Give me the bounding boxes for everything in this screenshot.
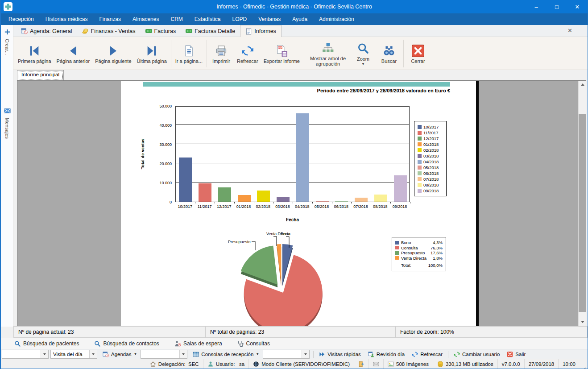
bar-09-2018: [394, 175, 407, 202]
menu-almacenes[interactable]: Almacenes: [127, 13, 165, 25]
visitas-rapidas-button[interactable]: Visitas rápidas: [315, 350, 364, 359]
menu-crm[interactable]: CRM: [165, 13, 188, 25]
bottom-button-label: Salir: [515, 352, 526, 357]
stethoscope-icon: [237, 340, 244, 347]
legend-label: 01/2018: [423, 142, 439, 147]
dropdown-empty[interactable]: [141, 350, 187, 359]
quick-access-bar: Búsqueda de pacientesBúsqueda de contact…: [1, 338, 588, 349]
menu-administracion[interactable]: Administración: [313, 13, 360, 25]
revision-dia-button[interactable]: Revisión día: [364, 350, 408, 359]
pie-slice-venta-directa: [277, 244, 281, 283]
mostrar-arbol-de-agrupacion-button[interactable]: Mostrar arbol de agrupación: [306, 40, 350, 67]
tabstrip-close-icon[interactable]: ✕: [567, 27, 572, 34]
toolbar-button-label: Ir a página...: [175, 58, 203, 64]
refrescar-button[interactable]: Refrescar: [408, 350, 446, 359]
x-tick-label: 12/2017: [215, 204, 234, 209]
tab-label: Agenda: General: [30, 28, 72, 34]
salir-button[interactable]: Salir: [503, 350, 529, 359]
report-tabstrip: Informe principal: [17, 70, 64, 80]
tab-agenda-general[interactable]: Agenda: General: [16, 25, 77, 37]
refrescar-button[interactable]: Refrescar: [234, 42, 261, 65]
tab-facturas[interactable]: Facturas: [141, 25, 181, 37]
resize-grip-icon[interactable]: [583, 364, 586, 367]
consultas-button[interactable]: Consultas: [237, 340, 270, 347]
busqueda-de-contactos-button[interactable]: Búsqueda de contactos: [94, 340, 159, 347]
menu-estadistica[interactable]: Estadística: [189, 13, 227, 25]
imprimir-button[interactable]: Imprimir: [208, 42, 234, 65]
maximize-button[interactable]: □: [547, 0, 567, 13]
bottom-button-label: Cambiar usuario: [462, 352, 500, 357]
tab-informes[interactable]: Informes: [240, 25, 282, 37]
agendas-menu-button[interactable]: Agendas▼: [99, 350, 141, 359]
vertical-scrollbar[interactable]: [578, 81, 586, 326]
page-edge-shadow: [476, 81, 479, 326]
toolbar-separator: [403, 40, 404, 67]
buscar-button[interactable]: Buscar: [376, 42, 402, 65]
exit-icon: [507, 351, 513, 357]
exportar-informe-button[interactable]: PDFExportar informe: [261, 42, 302, 65]
window-controls: –□✕: [526, 0, 588, 13]
ultima-pagina-button[interactable]: Última página: [134, 42, 170, 65]
pie-legend-label: Venta Directa: [401, 256, 431, 261]
ir-a-pagina-button[interactable]: Ir a página...: [173, 42, 205, 65]
rail-messages-button[interactable]: Mensajes: [1, 108, 13, 139]
menu-finanzas[interactable]: Finanzas: [93, 13, 127, 25]
consolas-de-recepcion-menu-button[interactable]: Consolas de recepción▼: [189, 350, 263, 359]
menu-recepcion[interactable]: Recepción: [3, 13, 40, 25]
legend-label: 11/2017: [423, 130, 439, 135]
bar-chart-ylabel: Total de ventas: [140, 139, 145, 169]
menu-lopd[interactable]: LOPD: [227, 13, 253, 25]
pie-legend-item: Bono4,3%: [395, 240, 443, 245]
title-bar: Informes - Ofimedic - Gestión médica - O…: [1, 0, 588, 13]
footer-door-icon[interactable]: [354, 359, 369, 369]
menu-ayuda[interactable]: Ayuda: [286, 13, 313, 25]
bottom-button-label: Revisión día: [377, 352, 405, 357]
footer-envelope-icon[interactable]: [369, 359, 383, 369]
footer-label: Usuario: sa: [216, 361, 245, 367]
document-tabstrip: Agenda: GeneralFinanzas - VentasFacturas…: [13, 25, 588, 37]
scrollbar-thumb[interactable]: [579, 114, 586, 312]
salas-de-espera-button[interactable]: Salas de espera: [174, 340, 222, 347]
dropdown-empty[interactable]: [263, 350, 310, 359]
pagina-siguiente-button[interactable]: Página siguiente: [92, 42, 134, 65]
menu-historias-medicas[interactable]: Historias médicas: [40, 13, 94, 25]
minimize-button[interactable]: –: [526, 0, 547, 13]
toolbar-button-label: Buscar: [381, 58, 397, 64]
dropdown-arrow-button[interactable]: [89, 350, 97, 358]
pagina-anterior-button[interactable]: Página anterior: [54, 42, 93, 65]
tab-finanzas-ventas[interactable]: Finanzas - Ventas: [77, 25, 141, 37]
zoom-button[interactable]: Zoom▼: [350, 40, 376, 66]
status-zoom-factor: Factor de zoom: 100%: [395, 326, 588, 338]
dropdown-visita-del-dia[interactable]: Visita del día: [50, 350, 97, 359]
rail-messages-label: Mensajes: [4, 118, 10, 139]
rail-create-button[interactable]: Crear...: [1, 29, 13, 55]
report-header-band: [143, 82, 450, 87]
footer-27-09-2018: 27/09/2018: [524, 359, 559, 369]
bar-chart-plot: [175, 106, 410, 202]
cerrar-button[interactable]: Cerrar: [405, 42, 431, 65]
status-current-page: Nº de página actual: 23: [13, 326, 205, 338]
primera-pagina-button[interactable]: Primera página: [15, 42, 54, 65]
toolbar-button-label: Página siguiente: [95, 58, 131, 64]
dropdown-empty[interactable]: [2, 350, 49, 359]
next-page-icon: [107, 45, 120, 57]
menu-ventanas[interactable]: Ventanas: [253, 13, 286, 25]
pie-legend-item: Consulta76,3%: [395, 245, 443, 251]
report-tab-informe-principal[interactable]: Informe principal: [17, 70, 64, 80]
dropdown-arrow-button[interactable]: [179, 350, 187, 358]
busqueda-de-pacientes-button[interactable]: Búsqueda de pacientes: [14, 340, 79, 347]
day-review-icon: [368, 351, 374, 357]
close-button[interactable]: ✕: [567, 0, 588, 13]
x-axis-tick: [312, 202, 313, 203]
scroll-down-button[interactable]: [579, 318, 586, 326]
dropdown-arrow-button[interactable]: [41, 350, 48, 358]
tab-facturas-detalle[interactable]: Facturas Detalle: [181, 25, 240, 37]
scroll-up-button[interactable]: [579, 81, 586, 88]
footer-10: 10:00: [558, 359, 580, 369]
cambiar-usuario-button[interactable]: Cambiar usuario: [450, 350, 503, 359]
chevron-down-icon: [304, 353, 307, 355]
report-page: Periodo entre 28/09/2017 y 28/09/2018 va…: [121, 81, 476, 326]
toolbar-button-label: Zoom: [357, 56, 369, 62]
bar-chart-yticks: 010.00020.00030.00040.00050.000: [148, 106, 174, 202]
dropdown-arrow-button[interactable]: [302, 350, 309, 358]
